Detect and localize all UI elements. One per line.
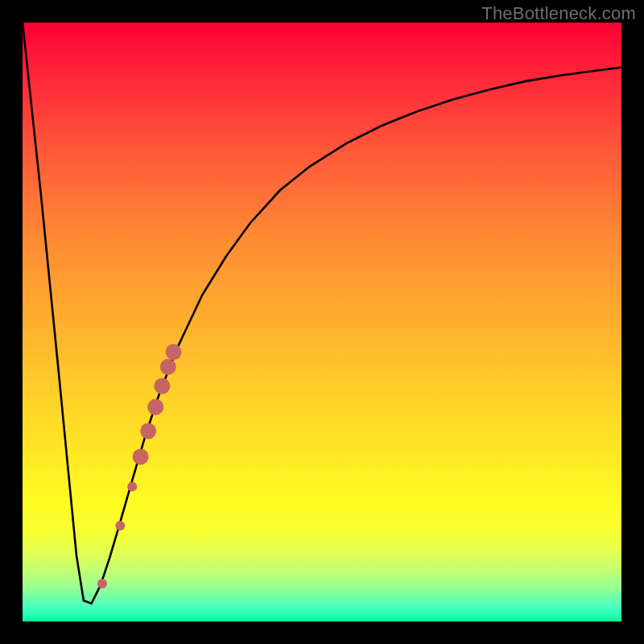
curve-marker	[154, 378, 170, 394]
curve-markers	[97, 344, 182, 588]
chart-frame: TheBottleneck.com	[0, 0, 644, 644]
curve-marker	[97, 579, 107, 588]
curve-marker	[140, 423, 156, 439]
curve-marker	[127, 482, 137, 492]
bottleneck-curve-svg	[23, 23, 621, 621]
plot-area	[23, 23, 621, 621]
curve-marker	[166, 344, 182, 360]
curve-marker	[160, 359, 176, 375]
bottleneck-curve	[23, 23, 621, 604]
curve-marker	[133, 448, 149, 464]
curve-marker	[147, 399, 163, 415]
watermark-text: TheBottleneck.com	[481, 3, 636, 24]
curve-marker	[115, 521, 125, 530]
